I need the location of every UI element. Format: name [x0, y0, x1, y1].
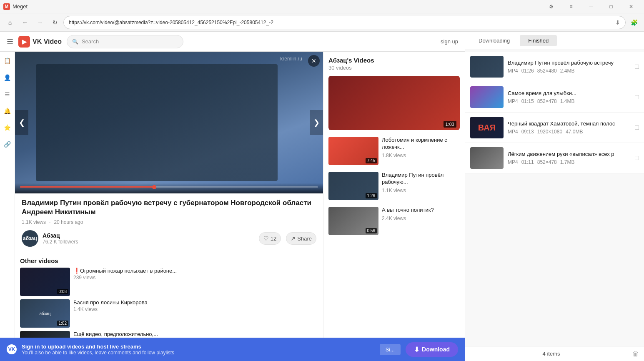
meget-duration-3: 09:13: [521, 129, 534, 135]
abzac-video-3[interactable]: 0:56 А вы точно политик? 2.4K views: [323, 203, 465, 238]
meget-meta-1: MP4 01:26 852×480 2.4MB: [508, 68, 631, 74]
share-button[interactable]: ↗ Share: [286, 232, 316, 245]
channel-followers: 76.2 K followers: [43, 239, 255, 245]
address-bar[interactable]: https://vk.com/video/@absatzmedia?z=vide…: [63, 16, 626, 29]
meget-duration-1: 01:26: [521, 68, 534, 74]
sidebar-icon-2[interactable]: 👤: [2, 72, 13, 83]
abzac-video-featured[interactable]: 1:03: [323, 73, 465, 133]
signup-link[interactable]: sign up: [441, 38, 458, 45]
navigation-bar: ⌂ ← → ↻ https://vk.com/video/@absatzmedi…: [0, 13, 644, 32]
search-placeholder: Search: [82, 38, 99, 45]
vk-logo: ▶ VK Video: [18, 36, 62, 48]
channel-name[interactable]: Абзац: [43, 232, 255, 239]
vk-logo-icon: ▶: [18, 36, 30, 48]
like-button[interactable]: ♡ 12: [259, 232, 281, 245]
home-button[interactable]: ⌂: [3, 16, 17, 29]
vk-header: ☰ ▶ VK Video 🔍 Search sign up: [0, 32, 465, 52]
address-text: https://vk.com/video/@absatzmedia?z=vide…: [69, 20, 612, 25]
download-page-icon[interactable]: ⬇: [615, 19, 620, 26]
extensions-button[interactable]: 🧩: [627, 16, 641, 29]
abzac-thumb-1: 7:45: [328, 137, 378, 165]
video-close-button[interactable]: ✕: [308, 55, 320, 67]
meget-action-3[interactable]: □: [635, 124, 639, 131]
close-button[interactable]: ✕: [621, 0, 641, 13]
video-title: Владимир Путин провёл рабочую встречу с …: [22, 198, 316, 217]
meget-title-4: Лёгким движением руки «выписал» всех р: [508, 151, 631, 158]
video-container: kremlin.ru ❮ ❯ ✕: [15, 52, 323, 193]
back-button[interactable]: ←: [18, 16, 32, 29]
app-title: Meget: [13, 3, 541, 10]
hamburger-icon[interactable]: ☰: [7, 37, 13, 46]
forward-button[interactable]: →: [33, 16, 47, 29]
video-info: Владимир Путин провёл рабочую встречу с …: [15, 193, 323, 252]
maximize-button[interactable]: □: [601, 0, 621, 13]
abzac-videos-sidebar: Абзац's Videos 30 videos 1:03 7:45 Лобот…: [323, 52, 465, 361]
video-time: 20 hours ago: [54, 219, 83, 225]
meget-item-count: 4 items: [470, 351, 632, 357]
minimize-button[interactable]: ─: [581, 0, 601, 13]
banner-signin-button[interactable]: Si...: [380, 344, 401, 355]
meget-info-3: Чёрный квадрат Хаматовой, тёмная полос M…: [508, 120, 631, 135]
abzac-video-2[interactable]: 1:26 Владимир Путин провёл рабочую... 1.…: [323, 168, 465, 203]
refresh-button[interactable]: ↻: [48, 16, 62, 29]
vk-logo-text: VK Video: [33, 38, 62, 45]
left-sidebar: 📋 👤 ☰ 🔔 ⭐ 🔗: [0, 52, 15, 361]
meget-meta-4: MP4 01:11 852×478 1.7MB: [508, 159, 631, 165]
sidebar-icon-3[interactable]: ☰: [2, 88, 13, 100]
video-actions: ♡ 12 ↗ Share: [259, 232, 316, 245]
video-next-button[interactable]: ❯: [310, 110, 323, 135]
meget-format-1: MP4: [508, 68, 518, 74]
meget-action-1[interactable]: □: [635, 63, 639, 70]
meget-format-3: MP4: [508, 129, 518, 135]
banner-subtitle: You'll also be able to like videos, leav…: [22, 350, 375, 356]
meget-resolution-4: 852×478: [537, 159, 557, 165]
sidebar-icon-4[interactable]: 🔔: [2, 105, 13, 117]
vk-banner-logo: VK: [7, 344, 17, 354]
menu-button[interactable]: ≡: [561, 0, 581, 13]
abzac-thumb-3: 0:56: [328, 207, 378, 235]
sidebar-icon-5[interactable]: ⭐: [2, 122, 13, 133]
meget-action-2[interactable]: □: [635, 93, 639, 101]
download-banner: VK Sign in to upload videos and host liv…: [0, 338, 465, 361]
video-controls: [15, 183, 323, 193]
meget-thumb-1: [470, 56, 504, 78]
meget-title-1: Владимир Путин провёл рабочую встречу: [508, 60, 631, 67]
meget-footer: 4 items 🗑: [465, 346, 644, 361]
video-prev-button[interactable]: ❮: [15, 110, 28, 135]
meget-action-4[interactable]: □: [635, 154, 639, 162]
meget-item-3: ВАЯ Чёрный квадрат Хаматовой, тёмная пол…: [465, 113, 644, 143]
meget-item-1: Владимир Путин провёл рабочую встречу MP…: [465, 52, 644, 82]
other-video-2[interactable]: абзац 1:02 Басня про лосины Киркорова 1.…: [20, 299, 318, 328]
search-icon: 🔍: [72, 39, 78, 45]
tab-downloading[interactable]: Downloading: [470, 35, 518, 46]
video-player[interactable]: kremlin.ru ❮ ❯ ✕: [15, 52, 323, 193]
featured-duration: 1:03: [444, 121, 456, 128]
abzac-video-1[interactable]: 7:45 Лоботомия и кормление с ложечк... 1…: [323, 133, 465, 168]
trash-icon[interactable]: 🗑: [632, 350, 639, 358]
sidebar-icon-6[interactable]: 🔗: [2, 138, 13, 150]
other-title-2: Басня про лосины Киркорова: [73, 299, 318, 306]
sidebar-icon-1[interactable]: 📋: [2, 55, 13, 67]
abzac-title-2: Владимир Путин провёл рабочую...: [382, 172, 460, 186]
browser-content: ☰ ▶ VK Video 🔍 Search sign up 📋 👤 ☰ 🔔 ⭐ …: [0, 32, 465, 361]
meget-format-4: MP4: [508, 159, 518, 165]
meta-separator: ·: [49, 219, 50, 225]
abzac-views-2: 1.1K views: [382, 188, 460, 193]
meget-meta-3: MP4 09:13 1920×1080 47.0MB: [508, 129, 631, 135]
meget-thumb-3: ВАЯ: [470, 117, 504, 138]
meget-size-2: 1.4MB: [560, 98, 575, 104]
abzac-title-3: А вы точно политик?: [382, 207, 460, 214]
vk-search-bar[interactable]: 🔍 Search: [67, 35, 183, 48]
video-main-area: kremlin.ru ❮ ❯ ✕: [15, 52, 323, 361]
other-video-1[interactable]: 0:08 ❗Огромный пожар полыхает в районе..…: [20, 268, 318, 296]
tab-finished[interactable]: Finished: [520, 35, 557, 46]
meget-resolution-3: 1920×1080: [537, 129, 562, 135]
meget-download-list: Владимир Путин провёл рабочую встречу MP…: [465, 50, 644, 346]
download-button[interactable]: ⬇ Download: [406, 342, 458, 357]
other-videos-title: Other videos: [20, 257, 318, 264]
banner-text: Sign in to upload videos and host live s…: [22, 343, 375, 356]
other-title-3: Ещё видео, предположительно,...: [73, 331, 318, 337]
settings-button[interactable]: ⚙: [541, 0, 561, 13]
progress-bar[interactable]: [20, 186, 318, 188]
abzac-section-title: Абзац's Videos 30 videos: [323, 52, 465, 73]
